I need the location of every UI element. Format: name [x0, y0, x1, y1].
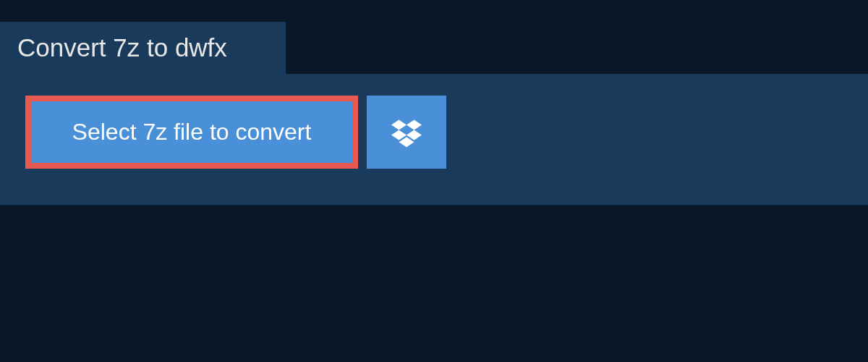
- dropbox-icon: [391, 117, 422, 148]
- main-panel: Select 7z file to convert: [0, 74, 868, 205]
- select-file-label: Select 7z file to convert: [72, 119, 312, 146]
- dropbox-button[interactable]: [367, 96, 446, 169]
- page-title: Convert 7z to dwfx: [0, 22, 286, 74]
- button-row: Select 7z file to convert: [25, 96, 843, 169]
- select-file-button[interactable]: Select 7z file to convert: [25, 96, 358, 169]
